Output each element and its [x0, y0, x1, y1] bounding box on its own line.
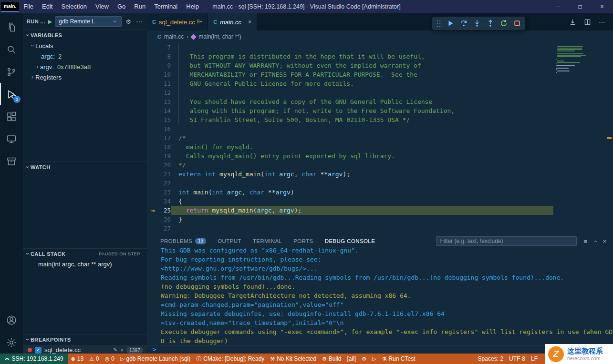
- console-filter-input[interactable]: [436, 236, 577, 246]
- menu-terminal[interactable]: Terminal: [150, 0, 182, 13]
- start-debugging-icon[interactable]: ▶: [48, 19, 52, 25]
- code-line-26[interactable]: 26}: [147, 215, 613, 224]
- breadcrumb-symbol[interactable]: main(int, char **): [198, 33, 241, 40]
- scope-locals[interactable]: › Locals: [23, 40, 147, 51]
- restart-button[interactable]: [498, 18, 509, 30]
- source-control-icon[interactable]: [0, 61, 23, 83]
- search-icon[interactable]: [0, 38, 23, 61]
- launch-config-dropdown[interactable]: gdb Remote L ›: [55, 16, 122, 27]
- maximize-panel-icon[interactable]: ›: [592, 240, 599, 242]
- status-errors[interactable]: ⊗13: [68, 354, 87, 364]
- app-icon[interactable]: main.: [1, 2, 19, 12]
- tab-main-cc[interactable]: C main.cc ×: [208, 13, 257, 30]
- menu-edit[interactable]: Edit: [38, 0, 57, 13]
- status-warnings[interactable]: ⚠0: [86, 354, 102, 364]
- status-cmake-kit[interactable]: ⚒No Kit Selected: [267, 354, 319, 364]
- explorer-icon[interactable]: [0, 16, 23, 38]
- maximize-button[interactable]: □: [569, 0, 591, 13]
- menu-file[interactable]: File: [19, 0, 38, 13]
- status-run-ctest[interactable]: ⚗Run CTest: [379, 354, 418, 364]
- code-line-16[interactable]: 16: [147, 124, 613, 133]
- status-debug-target[interactable]: ▷gdb Remote Launch (sql): [117, 354, 193, 364]
- status-cmake-status[interactable]: ⓘCMake: [Debug]: Ready: [193, 354, 267, 364]
- status-left-items: ⊗13⚠0◎0▷gdb Remote Launch (sql)ⓘCMake: […: [68, 354, 418, 364]
- breadcrumb-file[interactable]: main.cc: [164, 33, 184, 40]
- code-line-24[interactable]: 24{: [147, 197, 613, 206]
- minimap[interactable]: [553, 43, 606, 235]
- call-stack-section-header[interactable]: › CALL STACK PAUSED ON STEP: [23, 249, 147, 259]
- code-line-7[interactable]: 7: [147, 43, 613, 52]
- minimize-button[interactable]: ─: [547, 0, 569, 13]
- menu-run[interactable]: Run: [130, 0, 150, 13]
- remote-explorer-icon[interactable]: [0, 128, 23, 150]
- settings-gear-icon[interactable]: [0, 331, 23, 354]
- menu-selection[interactable]: Selection: [57, 0, 91, 13]
- code-line-15[interactable]: 15 51 Franklin Street, Suite 500, Boston…: [147, 115, 613, 124]
- remote-indicator[interactable]: >< SSH: 192.168.1.249: [0, 354, 68, 364]
- stack-frame[interactable]: main(int argc, char ** argv): [23, 259, 147, 270]
- variable-argv[interactable]: › argv: 0x7ffffffe3a8: [23, 61, 147, 72]
- console-input-row[interactable]: >: [147, 345, 613, 354]
- code-line-19[interactable]: 19 Calls mysqld_main() entry point expor…: [147, 152, 613, 161]
- code-line-11[interactable]: 11 GNU General Public License for more d…: [147, 79, 613, 88]
- status-indentation[interactable]: Spaces: 2: [475, 354, 506, 364]
- code-line-14[interactable]: 14 along with this program; if not, writ…: [147, 106, 613, 115]
- breakpoints-section-header[interactable]: › BREAKPOINTS: [23, 334, 147, 345]
- editor-more-actions-icon[interactable]: ⋯: [599, 18, 605, 26]
- console-lines: This GDB was configured as "x86_64-redha…: [161, 246, 613, 345]
- archive-box-icon[interactable]: [0, 150, 23, 172]
- breakpoint-row[interactable]: ✓ sql_delete.cc ✎ × 1397: [23, 345, 147, 354]
- code-line-25[interactable]: →25 return mysqld_main(argc, argv);: [147, 206, 613, 215]
- close-button[interactable]: ×: [591, 0, 613, 13]
- menu-help[interactable]: Help: [182, 0, 203, 13]
- step-over-button[interactable]: [457, 18, 469, 30]
- step-out-button[interactable]: [484, 18, 496, 30]
- code-line-21[interactable]: 21extern int mysqld_main(int argc, char …: [147, 170, 613, 179]
- code-line-22[interactable]: 22: [147, 179, 613, 188]
- code-line-20[interactable]: 20*/: [147, 161, 613, 170]
- debug-more-actions-icon[interactable]: ⋯: [135, 18, 143, 25]
- code-line-8[interactable]: 8 This program is distributed in the hop…: [147, 52, 613, 61]
- scope-registers[interactable]: › Registers: [23, 72, 147, 82]
- close-tab-icon[interactable]: ×: [248, 19, 251, 25]
- menu-view[interactable]: View: [91, 0, 113, 13]
- code-line-13[interactable]: 13 You should have received a copy of th…: [147, 97, 613, 106]
- edit-breakpoint-icon[interactable]: ✎: [113, 347, 117, 353]
- split-editor-icon[interactable]: [584, 19, 591, 26]
- watch-section-header[interactable]: › WATCH: [23, 162, 147, 172]
- tab-sql-delete-cc[interactable]: C sql_delete.cc 9+: [147, 13, 208, 30]
- status-cmake-launch[interactable]: ▷: [369, 354, 379, 364]
- status-encoding[interactable]: UTF-8: [506, 354, 528, 364]
- stop-button[interactable]: [511, 18, 523, 30]
- console-options-icon[interactable]: ≡: [583, 238, 587, 245]
- status-cmake-settings[interactable]: ⚙: [359, 354, 369, 364]
- code-line-9[interactable]: 9 but WITHOUT ANY WARRANTY; without even…: [147, 61, 613, 70]
- account-icon[interactable]: [0, 309, 23, 331]
- code-line-23[interactable]: 23int main(int argc, char **argv): [147, 188, 613, 197]
- close-panel-icon[interactable]: ×: [603, 238, 606, 245]
- download-icon[interactable]: [569, 19, 576, 26]
- remove-breakpoint-icon[interactable]: ×: [120, 347, 123, 353]
- breakpoint-checkbox[interactable]: ✓: [35, 347, 42, 354]
- extensions-icon[interactable]: [0, 105, 23, 128]
- status-ports[interactable]: ◎0: [102, 354, 117, 364]
- code-line-17[interactable]: 17/*: [147, 133, 613, 142]
- status-cmake-build[interactable]: ⚙Build: [319, 354, 344, 364]
- variables-section-header[interactable]: › VARIABLES: [23, 30, 147, 40]
- debug-target-label: gdb Remote Launch (sql): [126, 355, 191, 362]
- status-eol[interactable]: LF: [528, 354, 540, 364]
- code-line-27[interactable]: 27: [147, 224, 613, 233]
- drag-handle-icon[interactable]: [436, 20, 441, 28]
- debug-console[interactable]: This GDB was configured as "x86_64-redha…: [147, 246, 613, 354]
- status-build-target[interactable]: [all]: [344, 354, 359, 364]
- continue-button[interactable]: [444, 18, 456, 30]
- menu-go[interactable]: Go: [113, 0, 130, 13]
- run-and-debug-icon[interactable]: 1: [0, 83, 23, 105]
- step-into-button[interactable]: [471, 18, 483, 30]
- variable-argc[interactable]: argc: 2: [23, 51, 147, 61]
- code-editor[interactable]: 78 This program is distributed in the ho…: [147, 43, 613, 235]
- code-line-18[interactable]: 18 main() for mysqld.: [147, 142, 613, 152]
- code-line-12[interactable]: 12: [147, 88, 613, 97]
- code-line-10[interactable]: 10 MERCHANTABILITY or FITNESS FOR A PART…: [147, 70, 613, 79]
- debug-gear-icon[interactable]: ⚙: [125, 18, 132, 25]
